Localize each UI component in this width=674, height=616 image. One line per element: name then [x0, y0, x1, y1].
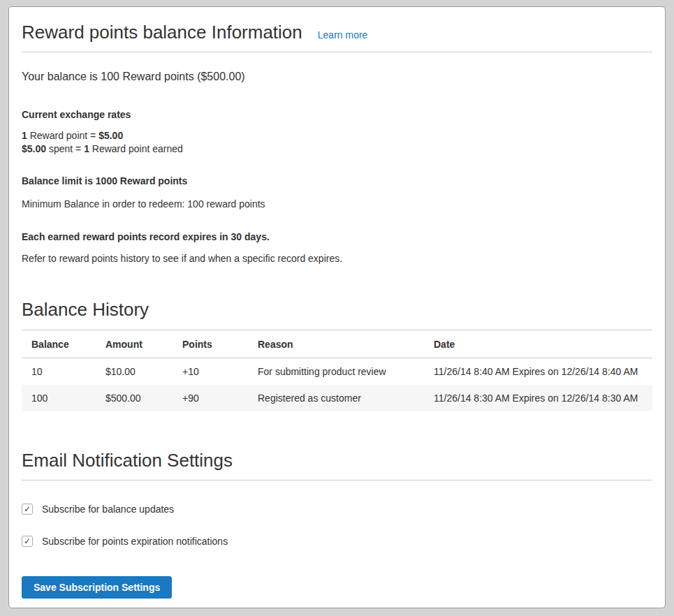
expiration-detail: Refer to reward points history to see if… — [22, 253, 652, 264]
exchange-rate-line: 1 Reward point = $5.00 — [22, 129, 652, 142]
minimum-redeem-note: Minimum Balance in order to redeem: 100 … — [22, 198, 652, 210]
save-subscription-button[interactable]: Save Subscription Settings — [22, 576, 172, 599]
reward-points-panel: Reward points balance Information Learn … — [8, 6, 666, 608]
page-header: Reward points balance Information Learn … — [22, 7, 652, 52]
subscribe-checkbox[interactable]: ✓ — [22, 504, 33, 515]
table-cell: +90 — [182, 385, 258, 411]
notification-options: ✓Subscribe for balance updates✓Subscribe… — [22, 504, 652, 547]
exchange-rates-heading: Current exchange rates — [22, 109, 652, 120]
table-cell: 100 — [22, 385, 105, 411]
subscribe-checkbox-label: Subscribe for points expiration notifica… — [42, 536, 228, 547]
column-header: Points — [182, 330, 258, 358]
email-notification-heading: Email Notification Settings — [22, 450, 652, 471]
column-header: Reason — [258, 330, 434, 358]
table-cell: $10.00 — [105, 358, 182, 386]
page-title: Reward points balance Information — [22, 22, 302, 43]
table-row: 100$500.00+90Registered as customer11/26… — [22, 385, 652, 411]
table-cell: +10 — [182, 358, 258, 386]
table-cell: 11/26/14 8:40 AM Expires on 12/26/14 8:4… — [434, 358, 652, 386]
column-header: Amount — [105, 330, 182, 358]
email-notification-header: Email Notification Settings — [22, 450, 652, 481]
balance-history-heading: Balance History — [22, 299, 652, 321]
subscribe-checkbox[interactable]: ✓ — [22, 536, 33, 547]
table-header-row: BalanceAmountPointsReasonDate — [22, 330, 652, 358]
notification-option: ✓Subscribe for balance updates — [22, 504, 652, 515]
table-cell: $500.00 — [105, 385, 182, 411]
balance-history-table: BalanceAmountPointsReasonDate 10$10.00+1… — [22, 330, 652, 411]
table-cell: 10 — [22, 358, 105, 386]
table-cell: For submitting product review — [258, 358, 434, 386]
notification-option: ✓Subscribe for points expiration notific… — [22, 536, 652, 547]
balance-limit-note: Balance limit is 1000 Reward points — [22, 175, 652, 186]
column-header: Balance — [22, 330, 105, 358]
table-cell: 11/26/14 8:30 AM Expires on 12/26/14 8:3… — [434, 385, 652, 411]
table-row: 10$10.00+10For submitting product review… — [22, 358, 652, 386]
subscribe-checkbox-label: Subscribe for balance updates — [42, 504, 174, 515]
learn-more-link[interactable]: Learn more — [318, 29, 368, 41]
table-cell: Registered as customer — [258, 385, 434, 411]
column-header: Date — [434, 330, 652, 358]
expiration-note: Each earned reward points record expires… — [22, 231, 652, 242]
exchange-rate-line: $5.00 spent = 1 Reward point earned — [22, 142, 652, 156]
table-body: 10$10.00+10For submitting product review… — [22, 358, 652, 412]
exchange-rate-lines: 1 Reward point = $5.00$5.00 spent = 1 Re… — [22, 129, 652, 156]
balance-summary: Your balance is 100 Reward points ($500.… — [22, 71, 652, 83]
